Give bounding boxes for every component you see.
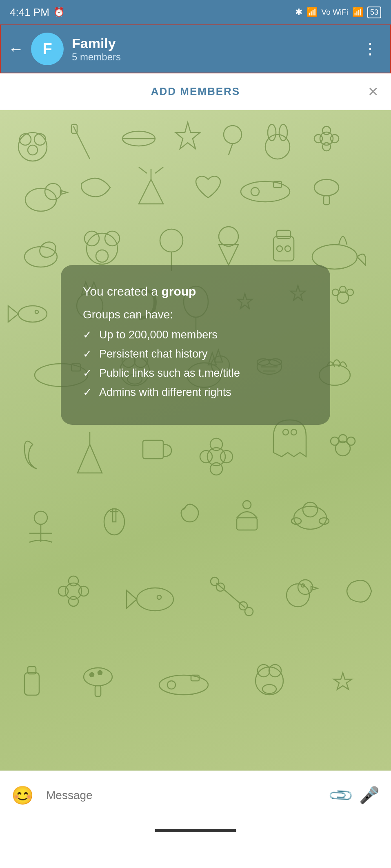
group-name: Family [72, 35, 358, 51]
svg-point-18 [331, 135, 339, 143]
svg-point-46 [35, 310, 38, 314]
list-item: ✓ Up to 200,000 members [83, 329, 308, 341]
group-avatar: F [31, 33, 64, 65]
doodle-background [0, 110, 391, 771]
svg-marker-114 [311, 586, 318, 590]
svg-point-44 [18, 306, 47, 322]
check-icon: ✓ [83, 367, 92, 380]
svg-point-84 [331, 437, 339, 445]
svg-point-100 [69, 576, 78, 586]
mic-button[interactable]: 🎤 [359, 786, 380, 805]
svg-point-118 [84, 668, 112, 686]
svg-point-103 [79, 586, 89, 596]
svg-point-1 [20, 134, 31, 145]
svg-rect-91 [113, 509, 116, 522]
attach-button[interactable]: 📎 [327, 781, 355, 809]
svg-point-80 [220, 451, 233, 463]
info-title-bold: group [161, 285, 196, 298]
svg-point-41 [277, 246, 282, 252]
home-bar [155, 829, 236, 832]
svg-point-87 [34, 511, 47, 524]
svg-rect-119 [95, 686, 101, 696]
more-options-button[interactable]: ⋮ [358, 40, 383, 58]
svg-point-20 [45, 183, 61, 200]
svg-point-15 [322, 126, 331, 135]
svg-point-104 [137, 588, 173, 611]
svg-point-82 [291, 429, 297, 435]
svg-point-86 [347, 437, 355, 445]
svg-point-101 [69, 596, 78, 606]
battery-level: 53 [370, 8, 378, 16]
message-input[interactable] [42, 789, 322, 802]
svg-point-78 [210, 463, 222, 475]
svg-marker-105 [127, 590, 137, 608]
svg-point-33 [105, 231, 120, 246]
svg-line-23 [139, 167, 147, 173]
svg-point-25 [241, 181, 290, 202]
group-members-count: 5 members [72, 51, 358, 63]
svg-rect-40 [277, 230, 291, 239]
chat-background: You created a group Groups can have: ✓ U… [0, 110, 391, 771]
time-display: 4:41 PM [10, 6, 49, 19]
svg-point-30 [24, 247, 57, 267]
svg-point-2 [34, 134, 46, 145]
group-header: ← F Family 5 members ⋮ [0, 24, 391, 73]
svg-point-3 [28, 145, 38, 155]
status-time: 4:41 PM ⏰ [10, 6, 64, 19]
alarm-icon: ⏰ [53, 7, 64, 18]
svg-marker-45 [8, 306, 18, 322]
svg-marker-38 [219, 245, 238, 265]
svg-point-31 [87, 233, 118, 264]
battery-indicator: 53 [367, 7, 381, 18]
svg-point-121 [98, 671, 102, 675]
svg-point-9 [224, 126, 242, 144]
svg-point-17 [314, 135, 322, 143]
svg-point-32 [84, 231, 99, 246]
info-card-title: You created a group [83, 285, 308, 298]
svg-point-126 [262, 685, 276, 694]
info-title-prefix: You created a [83, 285, 161, 298]
add-members-bar: ADD MEMBERS ✕ [0, 73, 391, 110]
svg-rect-93 [237, 518, 257, 530]
group-info: Family 5 members [72, 35, 358, 63]
svg-point-0 [18, 133, 47, 161]
svg-point-124 [167, 681, 176, 689]
feature-3: Public links such as t.me/title [99, 367, 240, 380]
bluetooth-icon: ✱ [295, 7, 302, 18]
svg-rect-116 [24, 673, 39, 695]
svg-rect-75 [143, 440, 163, 459]
check-icon: ✓ [83, 386, 92, 399]
svg-point-42 [285, 246, 291, 252]
emoji-button[interactable]: 😊 [11, 785, 34, 806]
feature-4: Admins with different rights [99, 386, 231, 399]
add-members-label[interactable]: ADD MEMBERS [151, 85, 240, 98]
signal-icon: 📶 [307, 7, 318, 18]
svg-point-120 [90, 673, 94, 677]
list-item: ✓ Public links such as t.me/title [83, 367, 308, 380]
svg-point-16 [322, 143, 331, 151]
svg-point-79 [200, 451, 212, 463]
svg-line-10 [229, 144, 233, 155]
svg-marker-129 [334, 673, 352, 689]
check-icon: ✓ [83, 348, 92, 360]
svg-line-24 [155, 167, 163, 173]
info-card-subtitle: Groups can have: [83, 308, 308, 321]
svg-point-81 [283, 429, 289, 435]
svg-point-77 [210, 438, 222, 451]
feature-2: Persistent chat history [99, 348, 208, 360]
status-icons: ✱ 📶 Vo WiFi 📶 53 [295, 7, 381, 18]
svg-point-12 [268, 124, 276, 141]
back-button[interactable]: ← [8, 40, 24, 58]
check-icon: ✓ [83, 329, 92, 341]
svg-rect-29 [324, 196, 329, 205]
status-bar: 4:41 PM ⏰ ✱ 📶 Vo WiFi 📶 53 [0, 0, 391, 24]
list-item: ✓ Persistent chat history [83, 348, 308, 360]
svg-point-27 [251, 188, 259, 196]
message-input-bar: 😊 📎 🎤 [0, 771, 391, 819]
svg-point-55 [332, 289, 339, 296]
wifi-icon: 📶 [352, 7, 363, 18]
feature-1: Up to 200,000 members [99, 329, 218, 341]
svg-point-111 [245, 607, 253, 616]
close-button[interactable]: ✕ [368, 84, 379, 99]
svg-point-37 [219, 227, 238, 246]
